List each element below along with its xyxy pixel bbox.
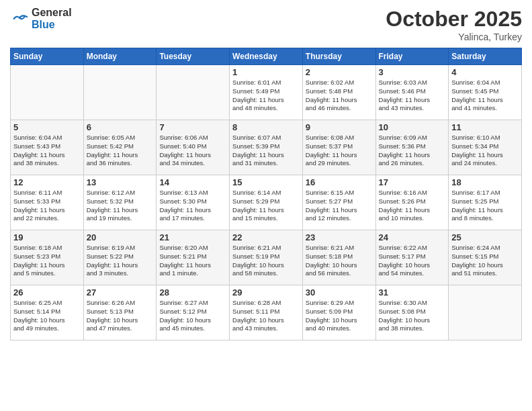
weekday-header-friday: Friday (375, 48, 449, 65)
day-number: 9 (306, 122, 373, 132)
day-number: 29 (232, 287, 300, 298)
calendar-cell: 3Sunrise: 6:03 AM Sunset: 5:46 PM Daylig… (375, 65, 449, 120)
day-info: Sunrise: 6:09 AM Sunset: 5:36 PM Dayligh… (379, 134, 446, 168)
calendar-cell: 9Sunrise: 6:08 AM Sunset: 5:37 PM Daylig… (302, 120, 375, 175)
calendar-cell: 7Sunrise: 6:06 AM Sunset: 5:40 PM Daylig… (157, 120, 230, 175)
day-info: Sunrise: 6:24 AM Sunset: 5:15 PM Dayligh… (451, 244, 519, 278)
day-info: Sunrise: 6:19 AM Sunset: 5:22 PM Dayligh… (87, 244, 154, 278)
day-number: 26 (13, 287, 81, 298)
day-number: 4 (451, 67, 519, 77)
calendar-cell (157, 65, 230, 120)
day-info: Sunrise: 6:25 AM Sunset: 5:14 PM Dayligh… (13, 299, 81, 333)
calendar-cell: 13Sunrise: 6:12 AM Sunset: 5:32 PM Dayli… (83, 175, 157, 230)
day-number: 12 (13, 177, 81, 187)
calendar-cell: 4Sunrise: 6:04 AM Sunset: 5:45 PM Daylig… (449, 65, 522, 120)
calendar-cell: 20Sunrise: 6:19 AM Sunset: 5:22 PM Dayli… (83, 230, 157, 285)
day-info: Sunrise: 6:17 AM Sunset: 5:25 PM Dayligh… (451, 189, 519, 223)
calendar-cell: 28Sunrise: 6:27 AM Sunset: 5:12 PM Dayli… (157, 285, 230, 340)
day-number: 31 (379, 287, 446, 298)
day-info: Sunrise: 6:07 AM Sunset: 5:39 PM Dayligh… (232, 134, 300, 168)
day-number: 23 (306, 232, 373, 242)
calendar-cell: 2Sunrise: 6:02 AM Sunset: 5:48 PM Daylig… (302, 65, 375, 120)
logo-text: General Blue (32, 7, 72, 31)
day-info: Sunrise: 6:30 AM Sunset: 5:08 PM Dayligh… (379, 299, 446, 333)
calendar-cell: 8Sunrise: 6:07 AM Sunset: 5:39 PM Daylig… (230, 120, 303, 175)
day-info: Sunrise: 6:27 AM Sunset: 5:12 PM Dayligh… (159, 299, 226, 333)
day-info: Sunrise: 6:02 AM Sunset: 5:48 PM Dayligh… (306, 79, 373, 113)
calendar-table: SundayMondayTuesdayWednesdayThursdayFrid… (10, 48, 522, 340)
calendar-cell: 23Sunrise: 6:21 AM Sunset: 5:18 PM Dayli… (302, 230, 375, 285)
calendar-cell: 18Sunrise: 6:17 AM Sunset: 5:25 PM Dayli… (449, 175, 522, 230)
calendar-cell (449, 285, 522, 340)
weekday-header-saturday: Saturday (449, 48, 522, 65)
day-number: 17 (379, 177, 446, 187)
calendar-cell: 10Sunrise: 6:09 AM Sunset: 5:36 PM Dayli… (375, 120, 449, 175)
day-info: Sunrise: 6:28 AM Sunset: 5:11 PM Dayligh… (232, 299, 300, 333)
day-info: Sunrise: 6:15 AM Sunset: 5:27 PM Dayligh… (306, 189, 373, 223)
calendar-cell: 31Sunrise: 6:30 AM Sunset: 5:08 PM Dayli… (375, 285, 449, 340)
day-number: 15 (232, 177, 300, 187)
calendar-cell: 24Sunrise: 6:22 AM Sunset: 5:17 PM Dayli… (375, 230, 449, 285)
calendar-cell: 21Sunrise: 6:20 AM Sunset: 5:21 PM Dayli… (157, 230, 230, 285)
weekday-header-sunday: Sunday (11, 48, 84, 65)
calendar-cell: 5Sunrise: 6:04 AM Sunset: 5:43 PM Daylig… (11, 120, 84, 175)
day-number: 30 (306, 287, 373, 298)
day-info: Sunrise: 6:04 AM Sunset: 5:43 PM Dayligh… (13, 134, 81, 168)
weekday-header-monday: Monday (83, 48, 157, 65)
calendar-cell: 6Sunrise: 6:05 AM Sunset: 5:42 PM Daylig… (83, 120, 157, 175)
day-info: Sunrise: 6:21 AM Sunset: 5:19 PM Dayligh… (232, 244, 300, 278)
day-info: Sunrise: 6:03 AM Sunset: 5:46 PM Dayligh… (379, 79, 446, 113)
calendar-cell: 27Sunrise: 6:26 AM Sunset: 5:13 PM Dayli… (83, 285, 157, 340)
calendar-cell: 15Sunrise: 6:14 AM Sunset: 5:29 PM Dayli… (230, 175, 303, 230)
day-info: Sunrise: 6:13 AM Sunset: 5:30 PM Dayligh… (159, 189, 226, 223)
day-info: Sunrise: 6:14 AM Sunset: 5:29 PM Dayligh… (232, 189, 300, 223)
calendar-cell: 11Sunrise: 6:10 AM Sunset: 5:34 PM Dayli… (449, 120, 522, 175)
day-number: 28 (159, 287, 226, 298)
day-number: 25 (451, 232, 519, 242)
calendar-cell: 1Sunrise: 6:01 AM Sunset: 5:49 PM Daylig… (230, 65, 303, 120)
day-info: Sunrise: 6:11 AM Sunset: 5:33 PM Dayligh… (13, 189, 81, 223)
day-number: 7 (159, 122, 226, 132)
calendar-cell: 29Sunrise: 6:28 AM Sunset: 5:11 PM Dayli… (230, 285, 303, 340)
weekday-header-tuesday: Tuesday (157, 48, 230, 65)
day-info: Sunrise: 6:08 AM Sunset: 5:37 PM Dayligh… (306, 134, 373, 168)
day-info: Sunrise: 6:18 AM Sunset: 5:23 PM Dayligh… (13, 244, 81, 278)
location-subtitle: Yalinca, Turkey (386, 32, 522, 42)
day-number: 16 (306, 177, 373, 187)
day-number: 27 (87, 287, 154, 298)
day-number: 20 (87, 232, 154, 242)
weekday-header-thursday: Thursday (302, 48, 375, 65)
calendar-cell (11, 65, 84, 120)
calendar-body: 1Sunrise: 6:01 AM Sunset: 5:49 PM Daylig… (11, 65, 522, 340)
calendar-cell: 19Sunrise: 6:18 AM Sunset: 5:23 PM Dayli… (11, 230, 84, 285)
day-number: 19 (13, 232, 81, 242)
day-info: Sunrise: 6:05 AM Sunset: 5:42 PM Dayligh… (87, 134, 154, 168)
day-info: Sunrise: 6:04 AM Sunset: 5:45 PM Dayligh… (451, 79, 519, 113)
day-number: 8 (232, 122, 300, 132)
day-number: 5 (13, 122, 81, 132)
logo-icon (10, 9, 29, 28)
day-number: 2 (306, 67, 373, 77)
day-info: Sunrise: 6:10 AM Sunset: 5:34 PM Dayligh… (451, 134, 519, 168)
calendar-cell: 22Sunrise: 6:21 AM Sunset: 5:19 PM Dayli… (230, 230, 303, 285)
day-number: 18 (451, 177, 519, 187)
day-info: Sunrise: 6:29 AM Sunset: 5:09 PM Dayligh… (306, 299, 373, 333)
month-title: October 2025 (386, 7, 522, 32)
calendar-cell: 12Sunrise: 6:11 AM Sunset: 5:33 PM Dayli… (11, 175, 84, 230)
day-number: 24 (379, 232, 446, 242)
title-block: October 2025 Yalinca, Turkey (386, 7, 522, 42)
day-number: 13 (87, 177, 154, 187)
logo: General Blue (10, 7, 72, 31)
calendar-cell: 30Sunrise: 6:29 AM Sunset: 5:09 PM Dayli… (302, 285, 375, 340)
calendar-cell: 17Sunrise: 6:16 AM Sunset: 5:26 PM Dayli… (375, 175, 449, 230)
calendar-cell: 25Sunrise: 6:24 AM Sunset: 5:15 PM Dayli… (449, 230, 522, 285)
calendar-cell (83, 65, 157, 120)
calendar-header: SundayMondayTuesdayWednesdayThursdayFrid… (11, 48, 522, 65)
day-number: 10 (379, 122, 446, 132)
day-info: Sunrise: 6:16 AM Sunset: 5:26 PM Dayligh… (379, 189, 446, 223)
day-number: 14 (159, 177, 226, 187)
day-info: Sunrise: 6:01 AM Sunset: 5:49 PM Dayligh… (232, 79, 300, 113)
day-number: 3 (379, 67, 446, 77)
day-number: 11 (451, 122, 519, 132)
day-number: 1 (232, 67, 300, 77)
